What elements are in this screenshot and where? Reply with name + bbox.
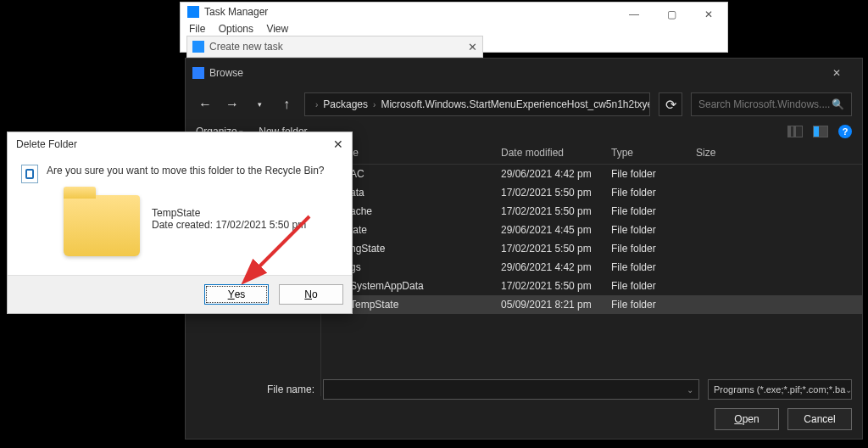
refresh-button[interactable]: ⟳ (659, 92, 682, 116)
recent-button[interactable]: ▾ (250, 95, 269, 114)
file-type: File folder (611, 299, 696, 311)
file-row[interactable]: AC 29/06/2021 4:42 pm File folder (321, 165, 862, 183)
breadcrumb-current[interactable]: Microsoft.Windows.StartMenuExperienceHos… (381, 98, 650, 110)
open-button[interactable]: Open (715, 408, 779, 430)
file-date: 17/02/2021 5:50 pm (501, 280, 611, 292)
menu-file[interactable]: File (189, 23, 205, 35)
file-name: ache (350, 205, 372, 217)
address-bar[interactable]: › Packages › Microsoft.Windows.StartMenu… (304, 92, 650, 116)
filename-input[interactable]: ⌄ (323, 379, 699, 400)
menu-view[interactable]: View (266, 23, 288, 35)
file-row[interactable]: ache 17/02/2021 5:50 pm File folder (321, 202, 862, 221)
file-date: 29/06/2021 4:42 pm (501, 261, 611, 273)
breadcrumb-packages[interactable]: Packages (323, 98, 368, 110)
file-type: File folder (611, 187, 696, 199)
search-input[interactable]: Search Microsoft.Windows.... 🔍 (691, 92, 852, 116)
file-date: 17/02/2021 5:50 pm (501, 205, 611, 217)
yes-button[interactable]: Yes (204, 284, 269, 305)
file-date: 29/06/2021 4:42 pm (501, 168, 611, 180)
col-date[interactable]: Date modified (501, 147, 611, 159)
column-headers: Name Date modified Type Size (321, 142, 862, 165)
col-size[interactable]: Size (696, 147, 755, 159)
file-type: File folder (611, 280, 696, 292)
minimize-button[interactable]: — (615, 3, 653, 26)
menu-options[interactable]: Options (219, 23, 253, 35)
help-button[interactable]: ? (838, 125, 852, 138)
file-name: ngState (350, 243, 385, 255)
file-type: File folder (611, 224, 696, 236)
file-row[interactable]: gs 29/06/2021 4:42 pm File folder (321, 258, 862, 277)
delete-folder-dialog: Delete Folder ✕ Are you sure you want to… (7, 132, 353, 314)
file-row[interactable]: TempState 05/09/2021 8:21 pm File folder (321, 295, 862, 314)
file-date: 05/09/2021 8:21 pm (501, 299, 611, 311)
chevron-right-icon: › (315, 100, 318, 109)
navigation-bar: ← → ▾ ↑ › Packages › Microsoft.Windows.S… (186, 87, 862, 121)
browse-close-button[interactable]: ✕ (818, 63, 855, 83)
file-date: 17/02/2021 5:50 pm (501, 187, 611, 199)
task-manager-icon (187, 6, 199, 18)
file-row[interactable]: ata 17/02/2021 5:50 pm File folder (321, 183, 862, 202)
file-date: 17/02/2021 5:50 pm (501, 243, 611, 255)
file-type: File folder (611, 168, 696, 180)
dialog-question: Are you sure you want to move this folde… (47, 165, 325, 176)
filter-text: Programs (*.exe;*.pif;*.com;*.ba (714, 384, 845, 395)
task-manager-title: Task Manager (204, 6, 268, 18)
create-new-task-title: Create new task (209, 41, 283, 53)
chevron-right-icon: › (373, 100, 376, 109)
maximize-button[interactable]: ▢ (653, 3, 690, 26)
browse-title: Browse (209, 67, 243, 79)
recycle-bin-icon (21, 165, 38, 183)
back-button[interactable]: ← (196, 95, 214, 114)
dialog-close-button[interactable]: ✕ (333, 137, 343, 151)
cancel-button[interactable]: Cancel (787, 408, 852, 430)
file-type: File folder (611, 205, 696, 217)
dialog-folder-name: TempState (152, 207, 306, 219)
file-type-filter[interactable]: Programs (*.exe;*.pif;*.com;*.ba⌄ (708, 379, 852, 400)
run-icon (192, 41, 204, 53)
col-type[interactable]: Type (611, 147, 696, 159)
folder-large-icon (64, 195, 140, 256)
file-row[interactable]: SystemAppData 17/02/2021 5:50 pm File fo… (321, 277, 862, 295)
preview-pane-button[interactable] (813, 126, 828, 137)
dialog-date-created: Date created: 17/02/2021 5:50 pm (152, 219, 306, 231)
close-icon[interactable]: ✕ (468, 41, 477, 53)
file-list: Name Date modified Type Size AC 29/06/20… (321, 142, 862, 396)
view-button[interactable] (787, 126, 803, 137)
create-new-task-window: Create new task ✕ (186, 36, 483, 58)
filename-label: File name: (196, 384, 314, 395)
up-button[interactable]: ↑ (277, 95, 296, 114)
search-placeholder: Search Microsoft.Windows.... (698, 98, 830, 110)
file-type: File folder (611, 261, 696, 273)
file-row[interactable]: tate 29/06/2021 4:45 pm File folder (321, 221, 862, 239)
dialog-title: Delete Folder (16, 138, 77, 150)
col-name[interactable]: Name (331, 147, 501, 159)
file-date: 29/06/2021 4:45 pm (501, 224, 611, 236)
search-icon: 🔍 (832, 98, 844, 110)
close-button[interactable]: ✕ (690, 3, 727, 26)
browse-icon (192, 67, 204, 79)
file-name: SystemAppData (350, 280, 424, 292)
file-type: File folder (611, 243, 696, 255)
no-button[interactable]: No (279, 284, 343, 305)
file-name: tate (350, 224, 367, 236)
file-row[interactable]: ngState 17/02/2021 5:50 pm File folder (321, 239, 862, 258)
forward-button[interactable]: → (223, 95, 242, 114)
file-name: TempState (350, 299, 398, 311)
